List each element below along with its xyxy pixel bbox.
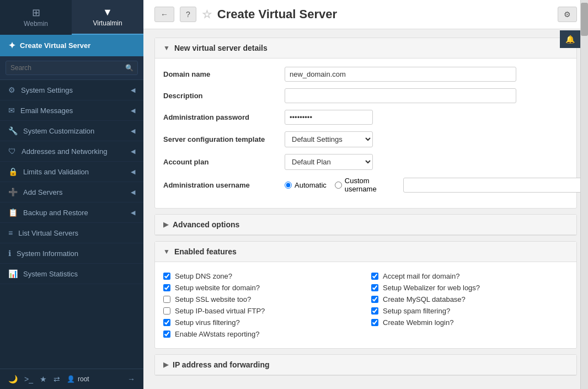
webmin-label: Webmin bbox=[24, 20, 48, 28]
system-customization-icon: 🔧 bbox=[8, 126, 18, 135]
top-bar-left: ← ? ☆ Create Virtual Server bbox=[154, 7, 337, 22]
config-template-select[interactable]: Default Settings bbox=[285, 131, 373, 147]
webmin-icon: ⊞ bbox=[4, 7, 67, 19]
section1-body: Domain name Description Administration p… bbox=[155, 58, 576, 208]
radio-custom[interactable] bbox=[335, 182, 342, 189]
webmin-login-label: Create Webmin login? bbox=[383, 318, 453, 327]
main-content: ← ? ☆ Create Virtual Server ⚙ 🔔 ▼ New vi… bbox=[143, 0, 588, 389]
section1-header[interactable]: ▼ New virtual server details bbox=[155, 38, 576, 58]
share-icon[interactable]: ⇄ bbox=[54, 375, 60, 383]
star-icon[interactable]: ★ bbox=[40, 375, 47, 383]
section3-header[interactable]: ▼ Enabled features bbox=[155, 242, 576, 262]
chevron-icon-4: ◀ bbox=[131, 148, 135, 155]
accept-mail-checkbox[interactable] bbox=[371, 273, 378, 280]
radio-custom-option: Custom username bbox=[335, 177, 588, 193]
website-checkbox[interactable] bbox=[163, 284, 170, 291]
sidebar-item-system-statistics[interactable]: 📊 System Statistics bbox=[0, 264, 143, 284]
ftp-label: Setup IP-based virtual FTP? bbox=[175, 307, 265, 315]
account-plan-select[interactable]: Default Plan bbox=[285, 154, 373, 170]
action-row: ✔ Create Server bbox=[154, 381, 577, 389]
virus-checkbox[interactable] bbox=[163, 319, 170, 326]
section3-toggle-icon: ▼ bbox=[163, 248, 170, 255]
chevron-icon-7: ◀ bbox=[131, 209, 135, 216]
radio-automatic-option: Automatic bbox=[285, 181, 327, 189]
backup-restore-icon: 📋 bbox=[8, 208, 18, 217]
chevron-icon: ◀ bbox=[131, 87, 135, 94]
feature-spam: Setup spam filtering? bbox=[371, 305, 568, 317]
section-new-virtual-server: ▼ New virtual server details Domain name… bbox=[154, 38, 577, 209]
password-input[interactable] bbox=[285, 110, 373, 125]
logout-icon[interactable]: → bbox=[127, 375, 135, 383]
section2-title: Advanced options bbox=[173, 220, 239, 229]
list-virtual-servers-icon: ≡ bbox=[8, 228, 13, 237]
limits-validation-label: Limits and Validation bbox=[23, 168, 89, 176]
help-button[interactable]: ? bbox=[180, 7, 196, 22]
favorite-star-icon[interactable]: ☆ bbox=[202, 8, 212, 21]
sidebar-item-list-virtual-servers[interactable]: ≡ List Virtual Servers bbox=[0, 223, 143, 243]
webmin-tab[interactable]: ⊞ Webmin bbox=[0, 0, 72, 35]
awstats-checkbox[interactable] bbox=[163, 331, 170, 338]
description-label: Description bbox=[163, 92, 285, 100]
domain-name-row: Domain name bbox=[163, 67, 568, 82]
terminal-icon[interactable]: >_ bbox=[24, 375, 33, 383]
sidebar-item-system-information[interactable]: ℹ System Information bbox=[0, 243, 143, 264]
ssl-checkbox[interactable] bbox=[163, 296, 170, 303]
virtualmin-label: Virtualmin bbox=[93, 19, 122, 27]
password-label: Administration password bbox=[163, 113, 285, 121]
admin-username-control: Automatic Custom username bbox=[285, 177, 588, 193]
search-input[interactable] bbox=[6, 61, 138, 75]
webmin-login-checkbox[interactable] bbox=[371, 319, 378, 326]
features-right: Accept mail for domain? Setup Webalizer … bbox=[371, 270, 568, 340]
user-info: 👤 root bbox=[67, 375, 89, 383]
feature-virus: Setup virus filtering? bbox=[163, 317, 360, 328]
section4-header[interactable]: ▶ IP address and forwarding bbox=[155, 355, 576, 375]
feature-mysql: Create MySQL database? bbox=[371, 294, 568, 305]
notification-button[interactable]: 🔔 bbox=[560, 30, 580, 48]
backup-restore-label: Backup and Restore bbox=[23, 209, 88, 217]
form-area: ▼ New virtual server details Domain name… bbox=[143, 29, 588, 389]
system-settings-label: System Settings bbox=[21, 86, 73, 94]
domain-name-label: Domain name bbox=[163, 70, 285, 78]
ftp-checkbox[interactable] bbox=[163, 307, 170, 315]
feature-ssl: Setup SSL website too? bbox=[163, 294, 360, 305]
mysql-checkbox[interactable] bbox=[371, 296, 378, 303]
description-input[interactable] bbox=[285, 88, 516, 103]
sidebar-item-add-servers[interactable]: ➕ Add Servers ◀ bbox=[0, 182, 143, 203]
system-statistics-label: System Statistics bbox=[23, 270, 78, 278]
webalizer-checkbox[interactable] bbox=[371, 284, 378, 291]
chevron-icon-5: ◀ bbox=[131, 168, 135, 175]
account-plan-control: Default Plan bbox=[285, 154, 568, 170]
addresses-networking-icon: 🛡 bbox=[8, 147, 16, 156]
sidebar-item-addresses-networking[interactable]: 🛡 Addresses and Networking ◀ bbox=[0, 141, 143, 162]
sidebar-item-system-settings[interactable]: ⚙ System Settings ◀ bbox=[0, 80, 143, 100]
section2-toggle-icon: ▶ bbox=[163, 221, 168, 228]
section2-header[interactable]: ▶ Advanced options bbox=[155, 215, 576, 235]
spam-checkbox[interactable] bbox=[371, 307, 378, 315]
settings-button[interactable]: ⚙ bbox=[558, 7, 577, 22]
sidebar-item-email-messages[interactable]: ✉ Email Messages ◀ bbox=[0, 100, 143, 121]
virtualmin-tab[interactable]: ▼ Virtualmin bbox=[72, 0, 143, 35]
dns-zone-checkbox[interactable] bbox=[163, 273, 170, 280]
virus-label: Setup virus filtering? bbox=[175, 318, 240, 327]
chevron-icon-2: ◀ bbox=[131, 107, 135, 114]
sidebar-item-limits-validation[interactable]: 🔒 Limits and Validation ◀ bbox=[0, 162, 143, 182]
domain-name-control bbox=[285, 67, 568, 82]
section4-toggle-icon: ▶ bbox=[163, 361, 168, 369]
custom-username-input[interactable] bbox=[403, 178, 588, 193]
radio-automatic-label: Automatic bbox=[295, 181, 327, 189]
limits-validation-icon: 🔒 bbox=[8, 167, 18, 176]
sidebar-header: ⊞ Webmin ▼ Virtualmin bbox=[0, 0, 143, 35]
sidebar-item-backup-restore[interactable]: 📋 Backup and Restore ◀ bbox=[0, 203, 143, 223]
domain-name-input[interactable] bbox=[285, 67, 516, 82]
section-ip-forwarding: ▶ IP address and forwarding bbox=[154, 354, 577, 376]
scrollbar[interactable] bbox=[580, 0, 588, 389]
feature-dns-zone: Setup DNS zone? bbox=[163, 270, 360, 282]
sidebar-item-system-customization[interactable]: 🔧 System Customization ◀ bbox=[0, 121, 143, 141]
moon-icon[interactable]: 🌙 bbox=[8, 375, 18, 383]
user-icon: 👤 bbox=[67, 375, 75, 383]
features-grid: Setup DNS zone? Setup website for domain… bbox=[163, 270, 568, 340]
radio-automatic[interactable] bbox=[285, 182, 292, 189]
page-title: ☆ Create Virtual Server bbox=[202, 7, 337, 22]
back-button[interactable]: ← bbox=[154, 7, 174, 22]
top-bar: ← ? ☆ Create Virtual Server ⚙ bbox=[143, 0, 588, 29]
